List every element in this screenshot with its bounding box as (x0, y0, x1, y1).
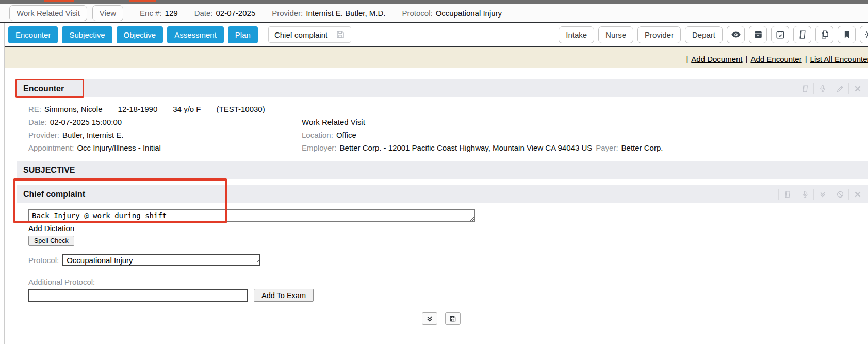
visibility-button[interactable] (727, 26, 745, 43)
encounter-dictate-button[interactable] (813, 83, 831, 94)
date-field: Date:02-07-2025 (194, 9, 256, 18)
copy-button[interactable] (815, 26, 833, 43)
double-chevron-down-icon (818, 190, 827, 199)
list-all-encounters-link[interactable]: List All Encounters (810, 55, 868, 63)
detail-row-date: Date: 02-07-2025 15:00:00 Work Related V… (28, 116, 868, 128)
encounter-close-button[interactable] (848, 83, 866, 94)
settings-button[interactable] (860, 26, 868, 43)
collapse-form-button[interactable] (422, 312, 437, 325)
close-icon (854, 85, 862, 93)
add-document-link[interactable]: Add Document (691, 55, 742, 63)
encounter-employer: Employer: Better Corp. - 12001 Pacific C… (302, 143, 868, 152)
tab-highlight (129, 0, 156, 2)
chief-journal-button[interactable] (778, 189, 796, 200)
encounter-location-value: Office (336, 130, 356, 139)
nurse-button[interactable]: Nurse (598, 26, 633, 43)
add-encounter-link[interactable]: Add Encounter (750, 55, 801, 63)
provider-button[interactable]: Provider (637, 26, 681, 43)
chief-expand-button[interactable] (813, 189, 831, 200)
chief-complaint-title: Chief complaint (23, 190, 85, 199)
form-bottom-actions (28, 312, 854, 325)
archive-icon (754, 30, 763, 39)
tab-highlight (44, 0, 74, 2)
depart-button[interactable]: Depart (685, 26, 723, 43)
encounter-appointment-label: Appointment: (28, 143, 74, 152)
current-form-label: Chief complaint (274, 30, 327, 39)
encounter-appointment: Appointment: Occ Injury/Illness - Initia… (28, 143, 302, 152)
encounter-top-bar: Work Related Visit View Enc #:129 Date:0… (0, 4, 868, 23)
chief-disable-button[interactable] (831, 189, 848, 200)
detail-row-appointment: Appointment: Occ Injury/Illness - Initia… (28, 141, 868, 154)
patient-age-sex: 34 y/o F (173, 105, 201, 113)
additional-protocol-row: Add To Exam (28, 289, 868, 302)
encounter-edit-button[interactable] (831, 83, 848, 94)
encounter-payer-label: Payer: (596, 143, 618, 152)
additional-protocol-input[interactable] (28, 289, 248, 302)
microphone-icon (818, 85, 827, 93)
date-label: Date: (194, 9, 213, 18)
tab-plan[interactable]: Plan (228, 26, 258, 43)
encounter-date-label: Date: (28, 118, 47, 126)
double-chevron-down-icon (426, 315, 433, 322)
encounter-journal-button[interactable] (796, 83, 813, 94)
patient-line: RE: Simmons, Nicole 12-18-1990 34 y/o F … (28, 103, 868, 116)
book-icon (798, 30, 807, 39)
save-form-button[interactable] (445, 312, 461, 325)
encounter-payer-value: Better Corp. (621, 143, 663, 152)
archive-button[interactable] (749, 26, 767, 43)
encounter-provider-label: Provider: (28, 130, 59, 139)
date-value: 02-07-2025 (216, 9, 256, 18)
patient-chart-id: (TEST-10030) (216, 105, 265, 113)
chief-dictate-button[interactable] (796, 189, 813, 200)
calendar-button[interactable] (771, 26, 789, 43)
protocol-input[interactable]: Occupational Injury (62, 254, 260, 266)
encounter-location-label: Location: (302, 130, 333, 139)
tab-subjective[interactable]: Subjective (62, 26, 112, 43)
patient-name: Simmons, Nicole (44, 105, 103, 113)
link-separator: | (805, 55, 807, 63)
add-dictation-link[interactable]: Add Dictation (28, 224, 74, 233)
eye-icon (731, 29, 741, 40)
tab-encounter[interactable]: Encounter (8, 26, 58, 43)
calendar-check-icon (776, 30, 785, 39)
save-icon[interactable] (336, 30, 345, 39)
protocol-value: Occupational Injury (436, 9, 502, 18)
encounter-provider: Provider: Butler, Internist E. (28, 130, 302, 139)
enc-number-value: 129 (165, 9, 178, 18)
view-button[interactable]: View (92, 5, 123, 21)
microphone-icon (801, 190, 809, 199)
journal-button[interactable] (793, 26, 811, 43)
visit-type: Work Related Visit (302, 118, 868, 126)
encounter-employer-label: Employer: (302, 143, 337, 152)
work-related-visit-button[interactable]: Work Related Visit (9, 5, 87, 21)
bookmark-icon (842, 30, 851, 39)
spell-check-button[interactable]: Spell Check (28, 236, 74, 246)
tab-objective[interactable]: Objective (117, 26, 163, 43)
provider-value: Internist E. Butler, M.D. (306, 9, 385, 18)
book-icon (783, 190, 792, 199)
close-icon (854, 190, 862, 199)
link-separator: | (746, 55, 748, 63)
re-label: RE: (28, 105, 41, 113)
copy-icon (820, 30, 829, 39)
section-nav-bar: Encounter Subjective Objective Assessmen… (0, 23, 868, 47)
link-separator: | (686, 55, 688, 63)
encounter-section-header: Encounter (17, 79, 868, 97)
save-icon (449, 315, 456, 322)
no-entry-icon (836, 190, 844, 199)
chief-complaint-header: Chief complaint (17, 185, 868, 203)
action-links-row: |Add Document|Add Encounter|List All Enc… (0, 47, 868, 65)
chief-close-button[interactable] (848, 189, 866, 200)
intake-button[interactable]: Intake (559, 26, 594, 43)
encounter-date-value: 02-07-2025 15:00:00 (50, 118, 122, 126)
add-to-exam-button[interactable]: Add To Exam (254, 289, 314, 302)
protocol-field: Protocol:Occupational Injury (402, 9, 502, 18)
protocol-field-label: Protocol: (28, 256, 59, 265)
subjective-section-title: SUBJECTIVE (23, 166, 75, 175)
encounter-employer-value: Better Corp. - 12001 Pacific Coast Highw… (340, 143, 593, 152)
tab-assessment[interactable]: Assessment (167, 26, 224, 43)
bookmark-button[interactable] (838, 26, 856, 43)
chief-complaint-textarea[interactable]: Back Injury @ work during shift (28, 209, 475, 222)
chief-complaint-header-icons (778, 185, 868, 203)
encounter-card: Encounter RE: Simmons, Nicole (5, 68, 868, 344)
